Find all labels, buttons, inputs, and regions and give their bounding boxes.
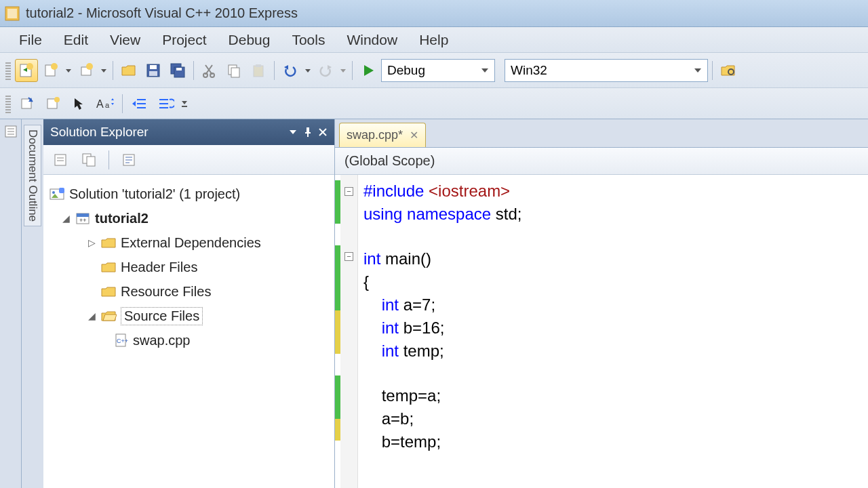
save-button[interactable] xyxy=(142,59,165,82)
expander-icon[interactable]: ▷ xyxy=(87,237,96,248)
separator xyxy=(193,61,194,80)
new-item-sparkle-dropdown[interactable] xyxy=(99,67,108,74)
new-project-button[interactable] xyxy=(15,59,38,82)
open-file-button[interactable] xyxy=(117,59,140,82)
header-files-node[interactable]: Header Files xyxy=(49,255,329,279)
start-debug-button[interactable] xyxy=(357,59,380,82)
navigation-bar[interactable]: (Global Scope) xyxy=(335,148,868,175)
svg-rect-55 xyxy=(305,132,311,134)
editor-tab-strip: swap.cpp* ✕ xyxy=(335,119,868,148)
external-dependencies-node[interactable]: ▷ External Dependencies xyxy=(49,230,329,255)
svg-marker-53 xyxy=(290,130,296,134)
svg-point-9 xyxy=(86,63,93,70)
scope-label: (Global Scope) xyxy=(344,153,435,169)
editor-tab[interactable]: swap.cpp* ✕ xyxy=(339,123,426,147)
separator xyxy=(274,61,275,80)
svg-marker-26 xyxy=(340,69,346,73)
folder-icon xyxy=(100,260,117,274)
show-all-files-button[interactable] xyxy=(77,148,100,171)
menu-window[interactable]: Window xyxy=(336,28,408,52)
close-tab-icon[interactable]: ✕ xyxy=(410,129,418,142)
fold-toggle[interactable]: − xyxy=(344,252,353,261)
svg-marker-23 xyxy=(284,65,288,70)
svg-rect-54 xyxy=(307,127,309,133)
content-area: Document Outline Solution Explorer Solut… xyxy=(0,119,868,488)
code-content[interactable]: #include <iostream> using namespace std;… xyxy=(358,175,527,488)
cursor-select-button[interactable] xyxy=(68,92,91,115)
svg-text:++: ++ xyxy=(79,217,87,224)
decrease-indent-button[interactable] xyxy=(128,92,151,115)
svg-rect-22 xyxy=(256,64,261,67)
view-code-button[interactable] xyxy=(117,148,140,171)
text-editor-toolbar: Aa xyxy=(0,88,868,119)
folder-icon xyxy=(100,284,117,299)
menu-view[interactable]: View xyxy=(99,28,151,52)
display-param-button[interactable] xyxy=(42,92,65,115)
menu-tools[interactable]: Tools xyxy=(281,28,336,52)
cpp-file-icon: C++ xyxy=(113,333,129,348)
main-toolbar: Debug Win32 xyxy=(0,53,868,88)
toolbar-grip[interactable] xyxy=(5,61,11,80)
svg-text:a: a xyxy=(105,101,110,109)
source-file-label: swap.cpp xyxy=(133,333,191,348)
add-item-dropdown[interactable] xyxy=(64,67,73,74)
toolbar-overflow[interactable] xyxy=(180,99,189,108)
solution-explorer-header: Solution Explorer xyxy=(43,119,334,145)
menu-project[interactable]: Project xyxy=(151,28,217,52)
svg-marker-24 xyxy=(305,69,311,73)
project-icon: ++ xyxy=(75,211,91,226)
pin-icon[interactable] xyxy=(303,127,313,138)
toolbar-grip[interactable] xyxy=(5,94,11,113)
configuration-select[interactable]: Debug xyxy=(381,59,495,82)
project-node[interactable]: ◢ ++ tutorial2 xyxy=(49,206,329,230)
svg-rect-16 xyxy=(176,68,182,70)
code-editor[interactable]: − − #include <iostream> using namespace … xyxy=(335,175,868,488)
fold-toggle[interactable]: − xyxy=(344,187,353,196)
source-files-node[interactable]: ◢ Source Files xyxy=(49,304,329,328)
svg-point-17 xyxy=(203,73,208,77)
menu-edit[interactable]: Edit xyxy=(53,28,99,52)
properties-button[interactable] xyxy=(49,148,72,171)
undo-dropdown[interactable] xyxy=(303,67,313,74)
font-size-button[interactable]: Aa xyxy=(94,92,117,115)
menu-help[interactable]: Help xyxy=(408,28,459,52)
separator xyxy=(712,61,713,80)
document-outline-tab-label-container[interactable]: Document Outline xyxy=(22,119,43,488)
solution-tree[interactable]: Solution 'tutorial2' (1 project) ◢ ++ tu… xyxy=(43,175,334,488)
separator xyxy=(122,94,123,113)
display-object-button[interactable] xyxy=(16,92,39,115)
svg-point-18 xyxy=(210,73,214,77)
panel-dropdown-icon[interactable] xyxy=(288,127,298,137)
platform-select[interactable]: Win32 xyxy=(505,59,708,82)
copy-button[interactable] xyxy=(222,59,245,82)
external-dependencies-label: External Dependencies xyxy=(121,235,261,251)
new-item-sparkle-button[interactable] xyxy=(75,59,98,82)
menu-debug[interactable]: Debug xyxy=(218,28,281,52)
document-outline-tab[interactable] xyxy=(0,119,22,488)
solution-node[interactable]: Solution 'tutorial2' (1 project) xyxy=(49,182,329,206)
solution-explorer-panel: Solution Explorer Solution 'tutorial2' (… xyxy=(43,119,335,488)
close-icon[interactable] xyxy=(318,127,328,137)
source-file-node[interactable]: C++ swap.cpp xyxy=(49,328,329,352)
folder-icon xyxy=(100,235,117,250)
cut-button[interactable] xyxy=(198,59,221,82)
resource-files-node[interactable]: Resource Files xyxy=(49,279,329,304)
redo-dropdown[interactable] xyxy=(338,67,348,74)
svg-rect-70 xyxy=(59,188,64,193)
save-all-button[interactable] xyxy=(166,59,189,82)
svg-marker-38 xyxy=(111,98,114,100)
source-files-label: Source Files xyxy=(121,307,203,325)
expander-icon[interactable]: ◢ xyxy=(87,310,96,321)
window-title: tutorial2 - Microsoft Visual C++ 2010 Ex… xyxy=(26,5,298,21)
folder-open-icon xyxy=(100,308,117,323)
undo-button[interactable] xyxy=(279,59,302,82)
svg-marker-39 xyxy=(111,103,114,105)
expander-icon[interactable]: ◢ xyxy=(61,213,71,224)
find-in-files-button[interactable] xyxy=(717,59,740,82)
editor-area: swap.cpp* ✕ (Global Scope) xyxy=(335,119,868,488)
svg-text:C++: C++ xyxy=(117,338,128,344)
increase-indent-button[interactable] xyxy=(154,92,177,115)
menu-file[interactable]: File xyxy=(8,28,53,52)
solution-explorer-toolbar xyxy=(43,145,334,175)
add-item-button[interactable] xyxy=(39,59,62,82)
